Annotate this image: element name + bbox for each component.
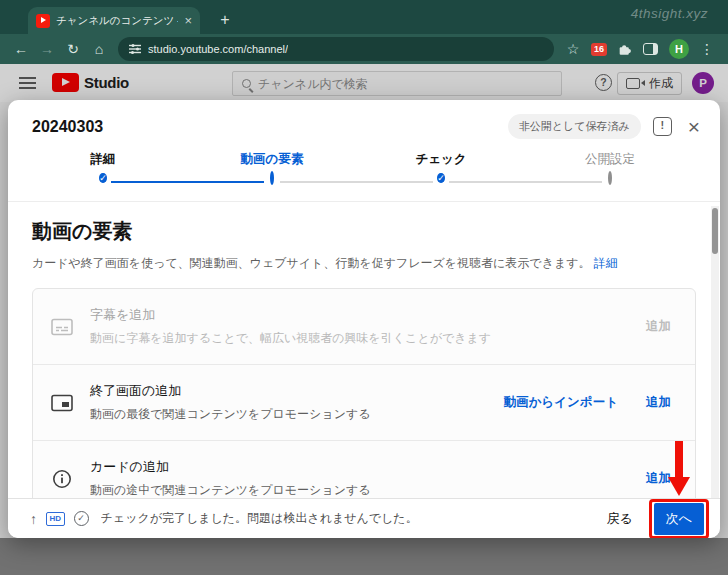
subtitles-title: 字幕を追加 [90, 306, 631, 324]
cards-title: カードの追加 [90, 458, 631, 476]
forward-button[interactable]: → [34, 34, 60, 64]
step-checks[interactable]: チェック ✓ [366, 151, 516, 186]
section-heading: 動画の要素 [32, 218, 696, 245]
end-screen-add-button[interactable]: 追加 [646, 394, 671, 411]
section-description: カードや終了画面を使って、関連動画、ウェブサイト、行動を促すフレーズを視聴者に表… [32, 255, 696, 272]
browser-tab[interactable]: チャンネルのコンテンツ - YouTube S × [28, 7, 200, 34]
subtitles-row: 字幕を追加 動画に字幕を追加することで、幅広い視聴者の興味を引くことができます … [33, 289, 695, 364]
next-button[interactable]: 次へ [654, 503, 704, 535]
step-checks-check-icon: ✓ [437, 173, 445, 183]
end-screen-icon [49, 393, 75, 413]
back-button-dialog[interactable]: 戻る [594, 503, 644, 535]
step-video-elements-circle-icon [270, 171, 274, 185]
subtitles-icon [49, 317, 75, 337]
dialog-footer: ↑ HD ✓ チェックが完了しました。問題は検出されませんでした。 戻る 次へ [8, 498, 720, 538]
import-from-video-button[interactable]: 動画からインポート [504, 394, 618, 411]
step-video-elements-label: 動画の要素 [197, 151, 347, 167]
dialog-body: 動画の要素 カードや終了画面を使って、関連動画、ウェブサイト、行動を促すフレーズ… [8, 202, 720, 517]
cards-description: 動画の途中で関連コンテンツをプロモーションする [90, 482, 631, 499]
subtitles-texts: 字幕を追加 動画に字幕を追加することで、幅広い視聴者の興味を引くことができます [90, 306, 631, 347]
video-elements-list: 字幕を追加 動画に字幕を追加することで、幅広い視聴者の興味を引くことができます … [32, 288, 696, 517]
step-checks-label: チェック [366, 151, 516, 167]
end-screen-actions: 動画からインポート 追加 [504, 394, 679, 411]
dialog-header: 20240303 非公開として保存済み ! × [8, 100, 720, 145]
tab-title: チャンネルのコンテンツ - YouTube S [56, 14, 178, 28]
extension-notification-badge[interactable]: 16 [591, 43, 607, 56]
feedback-icon[interactable]: ! [653, 117, 672, 136]
browser-profile-avatar[interactable]: H [669, 39, 689, 59]
subtitles-actions: 追加 [646, 318, 679, 335]
watermark-text: 4thsight.xyz [631, 6, 708, 21]
home-button[interactable]: ⌂ [86, 34, 112, 64]
cards-texts: カードの追加 動画の途中で関連コンテンツをプロモーションする [90, 458, 631, 499]
browser-toolbar: ← → ↻ ⌂ studio.youtube.com/channel/ ☆ 16… [0, 34, 728, 64]
learn-more-link[interactable]: 詳細 [594, 256, 618, 270]
studio-page: Studio ? 作成 P 20240303 非公開として保存済み ! × [0, 64, 728, 575]
dialog-close-icon[interactable]: × [688, 116, 700, 137]
info-circle-icon [49, 469, 75, 489]
step-details-check-icon: ✓ [99, 173, 107, 183]
annotation-arrow [675, 441, 683, 477]
end-screen-row: 終了画面の追加 動画の最後で関連コンテンツをプロモーションする 動画からインポー… [33, 364, 695, 440]
address-bar[interactable]: studio.youtube.com/channel/ [118, 37, 554, 61]
dialog-scrollbar-thumb[interactable] [712, 208, 718, 254]
end-screen-title: 終了画面の追加 [90, 382, 489, 400]
upload-status-icon: ↑ [30, 511, 37, 527]
video-title: 20240303 [32, 118, 496, 136]
video-details-dialog: 20240303 非公開として保存済み ! × 詳細 ✓ 動画の要素 チェッ [8, 100, 720, 538]
bookmark-star-icon[interactable]: ☆ [560, 34, 586, 64]
subtitles-add-button: 追加 [646, 318, 671, 335]
tune-icon [129, 43, 141, 55]
step-details-label: 詳細 [28, 151, 178, 167]
next-button-wrap: 次へ [654, 503, 704, 535]
subtitles-description: 動画に字幕を追加することで、幅広い視聴者の興味を引くことができます [90, 330, 631, 347]
tab-strip: チャンネルのコンテンツ - YouTube S × + 4thsight.xyz [0, 0, 728, 34]
step-visibility-circle-icon [608, 171, 612, 185]
tab-close-icon[interactable]: × [184, 14, 192, 27]
checks-status-text: チェックが完了しました。問題は検出されませんでした。 [101, 510, 586, 527]
new-tab-button[interactable]: + [212, 7, 238, 33]
extensions-icon[interactable] [617, 42, 632, 57]
back-button[interactable]: ← [8, 34, 34, 64]
section-description-text: カードや終了画面を使って、関連動画、ウェブサイト、行動を促すフレーズを視聴者に表… [32, 256, 590, 270]
checks-complete-icon: ✓ [74, 511, 89, 526]
end-screen-description: 動画の最後で関連コンテンツをプロモーションする [90, 406, 489, 423]
end-screen-texts: 終了画面の追加 動画の最後で関連コンテンツをプロモーションする [90, 382, 489, 423]
url-text: studio.youtube.com/channel/ [148, 43, 288, 55]
youtube-favicon-icon [36, 14, 50, 28]
step-visibility[interactable]: 公開設定 [535, 151, 685, 186]
side-panel-icon[interactable] [643, 43, 658, 55]
dialog-scrollbar-track [711, 206, 719, 498]
hd-quality-icon: HD [46, 512, 65, 526]
browser-window: チャンネルのコンテンツ - YouTube S × + 4thsight.xyz… [0, 0, 728, 575]
saved-status-badge: 非公開として保存済み [508, 114, 641, 139]
refresh-button[interactable]: ↻ [60, 34, 86, 64]
stepper: 詳細 ✓ 動画の要素 チェック ✓ 公開設定 [8, 145, 720, 202]
step-visibility-label: 公開設定 [535, 151, 685, 167]
browser-menu-icon[interactable]: ⋮ [694, 34, 720, 64]
step-video-elements[interactable]: 動画の要素 [197, 151, 347, 186]
step-details[interactable]: 詳細 ✓ [28, 151, 178, 186]
